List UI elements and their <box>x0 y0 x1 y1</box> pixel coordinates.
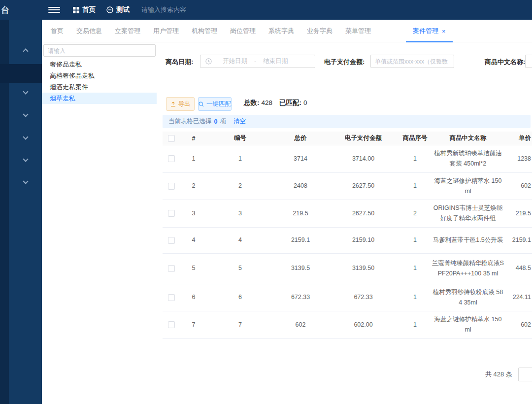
cell-product-name: 卡诗菁纯亮泽经典香氛 <box>431 343 505 346</box>
column-header: 编号 <box>207 134 273 142</box>
cell-total-price: 2408 <box>273 178 328 194</box>
cell-unit-price: 602 <box>505 178 532 194</box>
name-filter-input[interactable] <box>525 55 532 68</box>
column-header: 单价 <box>505 134 532 142</box>
expand-down-icon[interactable] <box>23 89 28 94</box>
cell-code: 3 <box>207 205 273 222</box>
page-tab[interactable]: 业务字典 <box>307 20 332 42</box>
top-navbar: 台 首页 测试 请输入搜索内容 <box>0 0 532 20</box>
selected-count: 0 <box>214 118 218 125</box>
cell-index: 1 <box>180 151 207 167</box>
cell-code: 6 <box>207 289 273 305</box>
table-row: 7 7 602 602.00 1 海蓝之谜修护精萃水 150ml 602 <box>163 311 532 339</box>
category-item[interactable]: 高档奢侈品走私 <box>42 70 157 81</box>
table-header: #编号总价电子支付金额商品序号商品中文名称单价 <box>163 132 532 145</box>
row-checkbox-cell <box>163 289 180 305</box>
cell-unit-price: 219.5 <box>505 205 532 222</box>
platform-logo: 台 <box>1 4 9 16</box>
row-checkbox[interactable] <box>168 321 175 328</box>
page-tab[interactable]: 岗位管理 <box>230 20 256 42</box>
row-checkbox[interactable] <box>168 183 175 190</box>
page-tab[interactable]: 菜单管理 <box>345 20 371 42</box>
export-icon <box>170 101 176 107</box>
sidebar-active-item[interactable] <box>0 64 42 83</box>
row-checkbox[interactable] <box>168 155 175 162</box>
clear-selection-link[interactable]: 清空 <box>233 117 246 126</box>
active-tab-label: 案件管理 <box>413 27 438 35</box>
cell-unit-price: 180.43 <box>505 343 532 346</box>
date-start-placeholder: 开始日期 <box>223 57 247 66</box>
row-checkbox[interactable] <box>168 210 175 217</box>
nav-item-home[interactable]: 首页 <box>73 5 96 14</box>
page-tab[interactable]: 首页 <box>51 20 64 42</box>
select-all-checkbox[interactable] <box>168 135 175 142</box>
cell-product-name: ORIGINS韦博士灵芝焕能好度子精华水两件组 <box>431 200 505 227</box>
selection-alert: 当前表格已选择 0 项 清空 <box>163 115 531 128</box>
date-filter-label: 离岛日期: <box>166 58 193 67</box>
grid-icon <box>73 7 79 13</box>
cell-epay-amount: 2159.10 <box>328 232 399 248</box>
page-tab[interactable]: 交易信息 <box>76 20 102 42</box>
cell-total-price: 219.5 <box>273 205 328 222</box>
cell-epay-amount: 602.00 <box>328 317 399 333</box>
top-nav-items: 首页 测试 <box>73 0 130 20</box>
table-row: 8 8 1033.47 1033.47 1 卡诗菁纯亮泽经典香氛 180.43 <box>163 339 532 347</box>
page-tab[interactable]: 立案管理 <box>115 20 140 42</box>
cell-product-seq: 1 <box>399 232 431 248</box>
search-icon <box>199 101 204 107</box>
row-checkbox[interactable] <box>168 265 175 272</box>
category-item[interactable]: 烟酒走私案件 <box>42 81 157 93</box>
app-window: 台 首页 测试 请输入搜索内容 <box>0 0 532 404</box>
total-value: 428 <box>262 99 273 106</box>
cell-total-price: 3139.5 <box>273 260 328 276</box>
nav-item-test[interactable]: 测试 <box>106 5 130 14</box>
cell-index: 7 <box>180 317 207 333</box>
category-item-active[interactable]: 烟草走私 <box>42 93 157 104</box>
cell-index: 6 <box>180 289 207 305</box>
table-row: 6 6 672.33 672.33 1 植村秀羽纱持妆粉底液 584 35ml … <box>163 284 532 312</box>
collapse-up-icon[interactable] <box>23 48 28 54</box>
column-header: # <box>180 135 207 142</box>
cell-total-price: 2159.1 <box>273 232 328 248</box>
cell-epay-amount: 672.33 <box>328 289 399 305</box>
cell-product-name: 植村秀新琥珀臻萃洁颜油套装 450ml*2 <box>431 145 505 172</box>
cell-epay-amount: 2627.50 <box>328 178 399 194</box>
page-size-select[interactable] <box>518 368 532 381</box>
page-tab[interactable]: 机构管理 <box>192 20 217 42</box>
column-header: 总价 <box>273 134 328 142</box>
row-checkbox-cell <box>163 232 180 248</box>
close-tab-icon[interactable]: × <box>442 28 446 35</box>
cell-unit-price: 224.11 <box>505 289 532 305</box>
expand-down-icon[interactable] <box>23 156 28 162</box>
page-tab[interactable]: 用户管理 <box>153 20 179 42</box>
date-range-picker[interactable]: 开始日期 - 结束日期 <box>200 55 315 68</box>
row-checkbox[interactable] <box>168 294 175 301</box>
tab-case-management-active[interactable]: 案件管理 × <box>413 20 446 42</box>
export-button[interactable]: 导出 <box>166 97 195 111</box>
export-label: 导出 <box>178 100 191 108</box>
category-search-input[interactable] <box>43 44 156 57</box>
cell-product-seq: 1 <box>399 343 431 346</box>
expand-down-icon[interactable] <box>23 134 28 139</box>
global-search-input[interactable]: 请输入搜索内容 <box>141 0 186 20</box>
category-item[interactable]: 奢侈品走私 <box>42 59 157 70</box>
total-count-text: 共 428 条 <box>485 370 512 379</box>
expand-down-icon[interactable] <box>23 111 28 117</box>
page-tab[interactable]: 系统字典 <box>268 20 294 42</box>
cell-product-name: 植村秀羽纱持妆粉底液 584 35ml <box>431 284 505 311</box>
one-click-match-button[interactable]: 一键匹配 <box>198 97 232 111</box>
cell-epay-amount: 1033.47 <box>328 343 399 346</box>
column-header: 电子支付金额 <box>328 134 399 142</box>
row-checkbox[interactable] <box>168 237 175 244</box>
nav-home-label: 首页 <box>82 5 96 14</box>
row-checkbox-cell <box>163 151 180 167</box>
cell-unit-price: 448.5 <box>505 260 532 276</box>
cell-code: 2 <box>207 178 273 194</box>
cell-index: 4 <box>180 232 207 248</box>
row-checkbox-cell <box>163 178 180 194</box>
column-header: 商品序号 <box>399 134 431 142</box>
row-checkbox-cell <box>163 205 180 222</box>
amount-filter-input[interactable] <box>370 55 454 68</box>
expand-down-icon[interactable] <box>23 178 28 184</box>
hamburger-menu-icon[interactable] <box>48 5 60 14</box>
